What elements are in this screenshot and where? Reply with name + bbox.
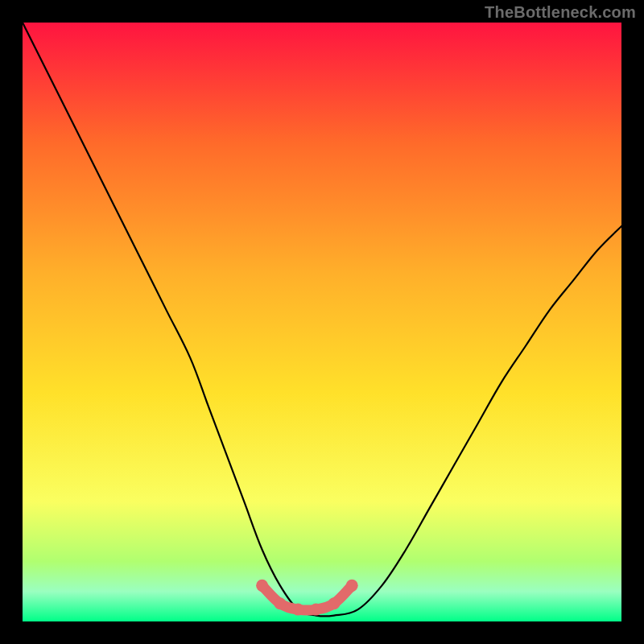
watermark-label: TheBottleneck.com (485, 3, 636, 22)
gradient-background (23, 23, 621, 621)
optimal-marker-dot (310, 604, 322, 616)
plot-svg (23, 23, 621, 621)
optimal-marker-dot (292, 604, 304, 616)
chart-frame: TheBottleneck.com (0, 0, 644, 644)
optimal-marker-dot (256, 580, 268, 592)
optimal-marker-dot (274, 597, 286, 609)
plot-area (23, 23, 621, 621)
optimal-marker-dot (328, 597, 340, 609)
optimal-marker-dot (346, 580, 358, 592)
